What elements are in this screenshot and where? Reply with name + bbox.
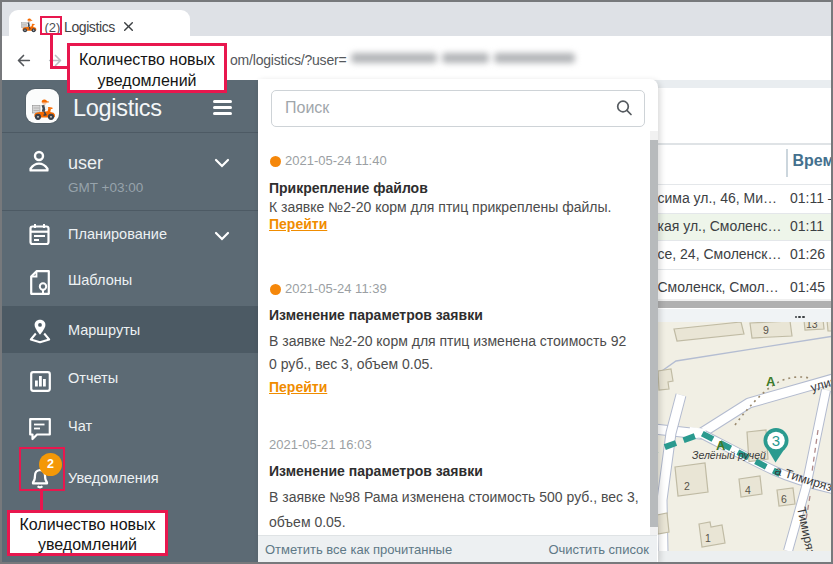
svg-text:6: 6 <box>781 493 787 505</box>
svg-text:А: А <box>716 438 726 453</box>
svg-text:3: 3 <box>772 432 780 449</box>
svg-text:Зелёный ручей: Зелёный ручей <box>692 449 766 461</box>
svg-text:9: 9 <box>763 324 769 336</box>
svg-text:13: 13 <box>806 322 818 330</box>
svg-text:1: 1 <box>705 532 711 544</box>
svg-text:2: 2 <box>684 480 690 492</box>
svg-text:4: 4 <box>745 484 751 496</box>
svg-text:А: А <box>766 374 776 389</box>
